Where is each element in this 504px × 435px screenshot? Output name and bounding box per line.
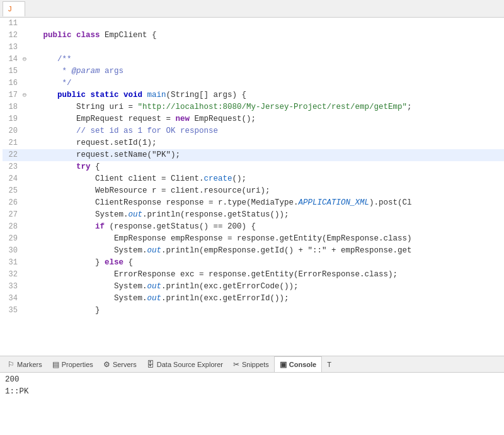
- tab-bar: J: [0, 0, 504, 18]
- tab-label: Data Source Explorer: [157, 361, 223, 368]
- bottom-tab-console[interactable]: ▣Console: [274, 356, 322, 372]
- code-token: System.: [29, 209, 129, 221]
- fold-indicator: [20, 209, 29, 221]
- code-token: /**: [57, 54, 72, 65]
- code-token: .println(exc.getErrorId());: [161, 293, 289, 305]
- tab-icon: ✂: [233, 360, 239, 369]
- code-token: [29, 77, 62, 89]
- code-token: System.: [29, 281, 147, 293]
- code-token: ).post(Cl: [369, 197, 412, 209]
- code-line-33: 33 System.out.println(exc.getErrorCode()…: [3, 281, 504, 293]
- code-token: [29, 30, 43, 42]
- fold-indicator: [20, 293, 29, 305]
- code-token: [72, 30, 77, 42]
- code-line-15: 15 * @param args: [3, 65, 504, 77]
- code-token: String uri =: [29, 101, 138, 113]
- console-output-line: 200: [5, 374, 499, 386]
- fold-indicator[interactable]: ⊖: [20, 89, 29, 101]
- code-token: EmpRequest();: [190, 113, 256, 125]
- code-token: request.setName("PK");: [29, 149, 180, 161]
- code-token: [29, 65, 62, 77]
- fold-indicator: [20, 245, 29, 257]
- fold-indicator: [20, 125, 29, 137]
- line-number: 30: [3, 245, 20, 257]
- line-number: 29: [3, 233, 20, 245]
- line-number: 16: [3, 77, 20, 89]
- code-line-18: 18 String uri = "http://localhost:8080/M…: [3, 101, 504, 113]
- code-line-27: 27 System.out.println(response.getStatus…: [3, 209, 504, 221]
- fold-indicator[interactable]: ⊖: [20, 54, 29, 65]
- code-area: 11 12 public class EmpClient {13 14⊖ /**…: [0, 18, 504, 356]
- line-number: 25: [3, 185, 20, 197]
- code-line-29: 29 EmpResponse empResponse = response.ge…: [3, 233, 504, 245]
- code-token: ClientResponse response = r.type(MediaTy…: [29, 197, 299, 209]
- code-token: EmpResponse empResponse = response.getEn…: [29, 233, 412, 245]
- line-number: 12: [3, 30, 20, 42]
- line-number: 17: [3, 89, 20, 101]
- console-output-line: 1::PK: [5, 386, 499, 398]
- line-number: 23: [3, 161, 20, 173]
- code-line-34: 34 System.out.println(exc.getErrorId());: [3, 293, 504, 305]
- fold-indicator: [20, 221, 29, 233]
- code-token: WebResource r = client.resource(uri);: [29, 185, 270, 197]
- bottom-tab-properties[interactable]: ▤Properties: [47, 356, 98, 372]
- line-number: 24: [3, 173, 20, 185]
- code-token: try: [76, 161, 91, 173]
- code-line-31: 31 } else {: [3, 257, 504, 269]
- code-token: ErrorResponse exc = response.getEntity(E…: [29, 269, 398, 281]
- code-token: ();: [232, 173, 247, 185]
- fold-indicator: [20, 257, 29, 269]
- line-number: 33: [3, 281, 20, 293]
- code-token: .println(exc.getErrorCode());: [161, 281, 299, 293]
- bottom-tab-t[interactable]: T: [322, 356, 336, 372]
- tab-icon: 🗄: [147, 360, 154, 369]
- line-number: 15: [3, 65, 20, 77]
- fold-indicator: [20, 269, 29, 281]
- fold-indicator: [20, 137, 29, 149]
- code-token: [29, 54, 57, 65]
- line-number: 20: [3, 125, 20, 137]
- code-token: [29, 89, 57, 101]
- fold-indicator: [20, 101, 29, 113]
- code-token: .println(response.getStatus());: [142, 209, 289, 221]
- line-number: 14: [3, 54, 20, 65]
- fold-indicator: [20, 77, 29, 89]
- code-line-21: 21 request.setId(1);: [3, 137, 504, 149]
- fold-indicator: [20, 30, 29, 42]
- code-line-25: 25 WebResource r = client.resource(uri);: [3, 185, 504, 197]
- code-lines[interactable]: 11 12 public class EmpClient {13 14⊖ /**…: [0, 18, 504, 356]
- code-token: [29, 161, 76, 173]
- code-token: [29, 221, 95, 233]
- code-token: [142, 89, 147, 101]
- code-token: {: [123, 257, 133, 269]
- code-token: }: [29, 305, 100, 317]
- code-line-30: 30 System.out.println(empResponse.getId(…: [3, 245, 504, 257]
- editor-tab[interactable]: J: [3, 1, 25, 16]
- line-number: 18: [3, 101, 20, 113]
- fold-indicator: [20, 305, 29, 317]
- tab-icon: ▣: [280, 360, 287, 369]
- code-token: ;: [407, 101, 412, 113]
- fold-indicator: [20, 65, 29, 77]
- bottom-tab-servers[interactable]: ⚙Servers: [98, 356, 142, 372]
- line-number: 13: [3, 42, 20, 54]
- line-number: 22: [3, 149, 20, 161]
- console-panel: 2001::PK: [0, 372, 504, 435]
- code-token: public static void: [57, 89, 142, 101]
- fold-indicator: [20, 233, 29, 245]
- fold-indicator: [20, 161, 29, 173]
- code-token: @param: [72, 65, 100, 77]
- code-token: APPLICATION_XML: [299, 197, 370, 209]
- bottom-tab-snippets[interactable]: ✂Snippets: [228, 356, 274, 372]
- code-token: EmpRequest request =: [29, 113, 176, 125]
- line-number: 11: [3, 18, 20, 30]
- console-output: 2001::PK: [5, 374, 499, 398]
- code-line-23: 23 try {: [3, 161, 504, 173]
- line-number: 28: [3, 221, 20, 233]
- code-token: class: [76, 30, 100, 42]
- bottom-tabs-bar: ⚐Markers▤Properties⚙Servers🗄Data Source …: [0, 356, 504, 372]
- bottom-tab-markers[interactable]: ⚐Markers: [3, 356, 47, 372]
- code-token: {: [91, 161, 100, 173]
- code-line-13: 13: [3, 42, 504, 54]
- bottom-tab-data-source-explorer[interactable]: 🗄Data Source Explorer: [142, 356, 228, 372]
